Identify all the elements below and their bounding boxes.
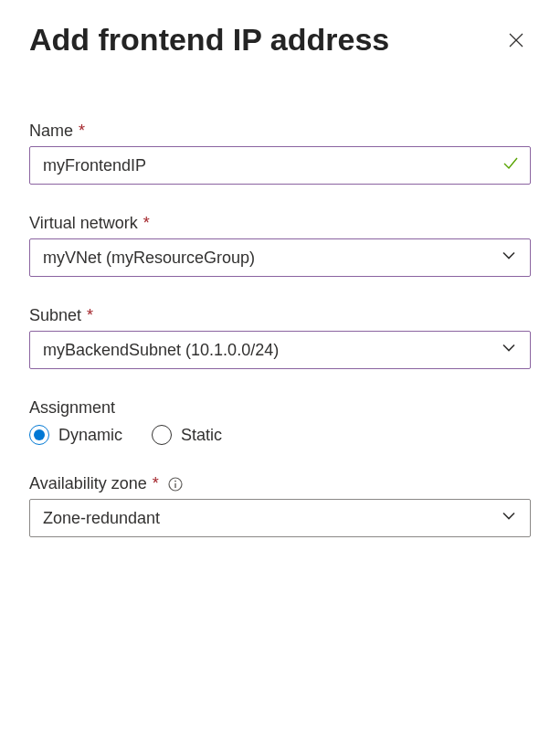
chevron-down-icon xyxy=(501,508,517,529)
virtual-network-select[interactable]: myVNet (myResourceGroup) xyxy=(29,238,531,277)
subnet-value: myBackendSubnet (10.1.0.0/24) xyxy=(43,341,279,360)
subnet-label-text: Subnet xyxy=(29,306,81,325)
radio-option-dynamic[interactable]: Dynamic xyxy=(29,425,122,445)
availability-zone-label-text: Availability zone xyxy=(29,474,147,493)
radio-label-static: Static xyxy=(181,426,222,445)
required-asterisk: * xyxy=(87,306,93,325)
required-asterisk: * xyxy=(79,122,85,141)
name-field-group: Name * xyxy=(29,122,531,185)
close-button[interactable] xyxy=(502,26,531,55)
name-input[interactable] xyxy=(29,146,531,185)
name-label: Name * xyxy=(29,122,531,141)
subnet-label: Subnet * xyxy=(29,306,531,325)
availability-zone-label: Availability zone * xyxy=(29,474,531,493)
availability-zone-value: Zone-redundant xyxy=(43,509,160,528)
radio-circle-static xyxy=(152,425,172,445)
assignment-field-group: Assignment Dynamic Static xyxy=(29,398,531,445)
radio-label-dynamic: Dynamic xyxy=(58,426,122,445)
virtual-network-field-group: Virtual network * myVNet (myResourceGrou… xyxy=(29,214,531,277)
virtual-network-label-text: Virtual network xyxy=(29,214,138,233)
required-asterisk: * xyxy=(153,474,159,493)
radio-circle-dynamic xyxy=(29,425,49,445)
subnet-field-group: Subnet * myBackendSubnet (10.1.0.0/24) xyxy=(29,306,531,369)
assignment-radio-group: Dynamic Static xyxy=(29,425,531,445)
svg-point-3 xyxy=(174,480,176,482)
radio-dot xyxy=(34,429,45,440)
panel-header: Add frontend IP address xyxy=(29,22,531,58)
assignment-label-text: Assignment xyxy=(29,398,115,418)
chevron-down-icon xyxy=(501,248,517,269)
availability-zone-select[interactable]: Zone-redundant xyxy=(29,499,531,537)
virtual-network-label: Virtual network * xyxy=(29,214,531,233)
close-icon xyxy=(507,31,525,49)
assignment-label: Assignment xyxy=(29,398,531,418)
info-icon[interactable] xyxy=(168,477,183,492)
panel-title: Add frontend IP address xyxy=(29,22,389,58)
name-label-text: Name xyxy=(29,122,73,141)
virtual-network-value: myVNet (myResourceGroup) xyxy=(43,249,255,268)
radio-option-static[interactable]: Static xyxy=(152,425,222,445)
chevron-down-icon xyxy=(501,340,517,361)
subnet-select[interactable]: myBackendSubnet (10.1.0.0/24) xyxy=(29,331,531,369)
availability-zone-field-group: Availability zone * Zone-redundant xyxy=(29,474,531,537)
required-asterisk: * xyxy=(143,214,150,233)
name-input-wrapper xyxy=(29,146,531,185)
